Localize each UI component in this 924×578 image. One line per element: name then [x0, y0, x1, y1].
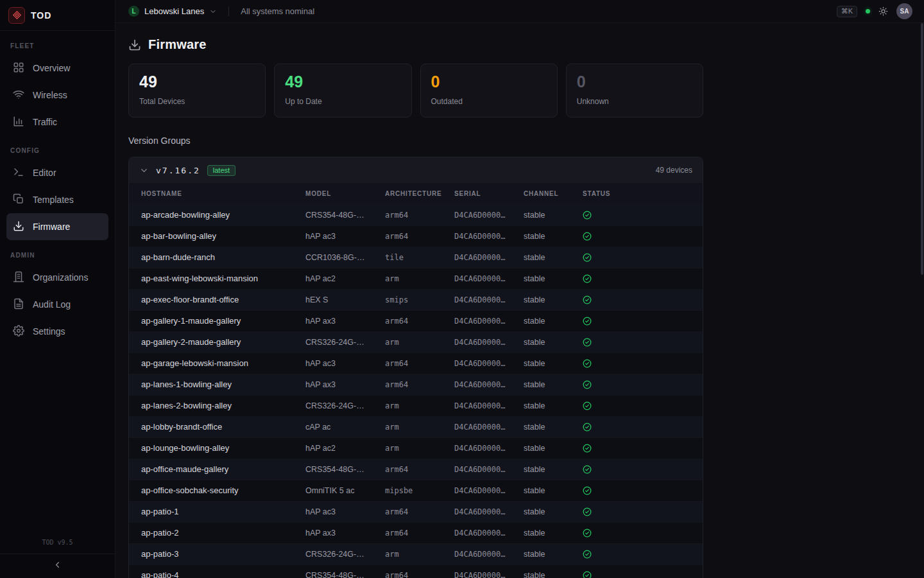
sidebar-item-label: Audit Log: [33, 299, 71, 310]
sidebar-collapse-button[interactable]: [0, 554, 115, 578]
table-row[interactable]: ap-garage-lebowski-mansion hAP ac3 arm64…: [129, 353, 703, 374]
channel-cell: stable: [511, 310, 570, 331]
app-title: TOD: [31, 10, 51, 21]
sidebar-item-wireless[interactable]: Wireless: [6, 82, 108, 109]
table-row[interactable]: ap-bar-bowling-alley hAP ac3 arm64 D4CA6…: [129, 225, 703, 247]
table-row[interactable]: ap-lanes-1-bowling-alley hAP ax3 arm64 D…: [129, 374, 703, 395]
check-circle-icon: [583, 550, 699, 559]
serial-cell: D4CA6D00000B: [442, 247, 511, 268]
hostname-cell: ap-arcade-bowling-alley: [129, 204, 293, 225]
serial-cell: D4CA6D000004: [442, 374, 511, 395]
table-row[interactable]: ap-gallery-2-maude-gallery CRS326-24G-2S…: [129, 331, 703, 353]
table-row[interactable]: ap-arcade-bowling-alley CRS354-48G-4S+… …: [129, 204, 703, 225]
check-circle-icon: [583, 380, 699, 389]
device-count: 49 devices: [656, 166, 692, 175]
architecture-cell: arm: [373, 268, 442, 289]
vertical-scrollbar[interactable]: [921, 23, 923, 275]
download-icon: [128, 39, 141, 51]
serial-cell: D4CA6D000011: [442, 331, 511, 353]
model-cell: hAP ac3: [293, 225, 373, 247]
hostname-cell: ap-patio-1: [129, 501, 293, 522]
stat-value: 49: [139, 73, 255, 91]
table-row[interactable]: ap-patio-4 CRS354-48G-4S+… arm64 D4CA6D0…: [129, 565, 703, 578]
sidebar: TOD FLEET Overview Wireless Traffic CONF…: [0, 0, 116, 578]
version-group-header[interactable]: v7.16.2 latest 49 devices: [129, 157, 703, 183]
architecture-cell: arm64: [373, 310, 442, 331]
sidebar-item-label: Settings: [33, 326, 65, 337]
stats-row: 49 Total Devices 49 Up to Date 0 Outdate…: [128, 64, 703, 118]
channel-cell: stable: [511, 225, 570, 247]
sidebar-item-label: Organizations: [33, 272, 88, 283]
stat-label: Total Devices: [139, 97, 255, 106]
table-row[interactable]: ap-lounge-bowling-alley hAP ac2 arm D4CA…: [129, 437, 703, 459]
channel-cell: stable: [511, 204, 570, 225]
sidebar-item-organizations[interactable]: Organizations: [6, 264, 108, 291]
health-status-dot: [866, 9, 870, 13]
serial-cell: D4CA6D00007B: [442, 501, 511, 522]
app-logo[interactable]: TOD: [0, 0, 115, 31]
check-circle-icon: [583, 571, 699, 578]
model-cell: CCR1036-8G-2S+: [293, 247, 373, 268]
col-model: MODEL: [293, 183, 373, 204]
hostname-cell: ap-lounge-bowling-alley: [129, 437, 293, 459]
status-cell: [570, 437, 703, 459]
main-content: Firmware 49 Total Devices 49 Up to Date …: [116, 23, 924, 578]
table-row[interactable]: ap-office-maude-gallery CRS354-48G-4S+… …: [129, 459, 703, 480]
model-cell: CRS354-48G-4S+…: [293, 459, 373, 480]
sidebar-item-traffic[interactable]: Traffic: [6, 109, 108, 136]
serial-cell: D4CA6D000005: [442, 395, 511, 416]
model-cell: CRS326-24G-2S+: [293, 331, 373, 353]
check-circle-icon: [583, 423, 699, 432]
sidebar-item-settings[interactable]: Settings: [6, 318, 108, 345]
hostname-cell: ap-lanes-1-bowling-alley: [129, 374, 293, 395]
model-cell: hAP ax3: [293, 310, 373, 331]
model-cell: CRS354-48G-4S+…: [293, 204, 373, 225]
table-row[interactable]: ap-lobby-brandt-office cAP ac arm D4CA6D…: [129, 416, 703, 437]
hostname-cell: ap-patio-3: [129, 543, 293, 565]
sidebar-item-editor[interactable]: Editor: [6, 159, 108, 186]
user-avatar[interactable]: SA: [896, 3, 912, 19]
table-row[interactable]: ap-patio-2 hAP ax3 arm64 D4CA6D00007C st…: [129, 522, 703, 543]
col-hostname: HOSTNAME: [129, 183, 293, 204]
system-status-text: All systems nominal: [241, 6, 314, 16]
nav-section-fleet: FLEET Overview Wireless Traffic: [0, 42, 115, 136]
section-label-config: CONFIG: [10, 147, 105, 154]
sidebar-item-overview[interactable]: Overview: [6, 55, 108, 82]
hostname-cell: ap-barn-dude-ranch: [129, 247, 293, 268]
hostname-cell: ap-gallery-2-maude-gallery: [129, 331, 293, 353]
serial-cell: D4CA6D000006: [442, 204, 511, 225]
status-cell: [570, 374, 703, 395]
architecture-cell: arm64: [373, 565, 442, 578]
command-palette-shortcut[interactable]: ⌘K: [837, 6, 857, 17]
chevron-down-icon[interactable]: [139, 166, 149, 175]
table-row[interactable]: ap-barn-dude-ranch CCR1036-8G-2S+ tile D…: [129, 247, 703, 268]
table-row[interactable]: ap-east-wing-lebowski-mansion hAP ac2 ar…: [129, 268, 703, 289]
sidebar-item-audit-log[interactable]: Audit Log: [6, 291, 108, 318]
status-cell: [570, 268, 703, 289]
architecture-cell: arm: [373, 543, 442, 565]
page-title: Firmware: [148, 37, 207, 52]
sidebar-item-firmware[interactable]: Firmware: [6, 213, 108, 240]
serial-cell: D4CA6D00001B: [442, 353, 511, 374]
architecture-cell: arm64: [373, 522, 442, 543]
check-circle-icon: [583, 295, 699, 304]
theme-toggle-button[interactable]: [878, 6, 888, 16]
model-cell: hAP ac2: [293, 437, 373, 459]
channel-cell: stable: [511, 416, 570, 437]
channel-cell: stable: [511, 522, 570, 543]
status-cell: [570, 522, 703, 543]
table-row[interactable]: ap-patio-1 hAP ac3 arm64 D4CA6D00007B st…: [129, 501, 703, 522]
table-row[interactable]: ap-exec-floor-brandt-office hEX S smips …: [129, 289, 703, 310]
channel-cell: stable: [511, 247, 570, 268]
table-row[interactable]: ap-patio-3 CRS326-24G-2S+ arm D4CA6D0000…: [129, 543, 703, 565]
sun-icon: [878, 6, 888, 16]
table-row[interactable]: ap-gallery-1-maude-gallery hAP ax3 arm64…: [129, 310, 703, 331]
check-circle-icon: [583, 232, 699, 241]
table-row[interactable]: ap-office-sobchak-security OmniTIK 5 ac …: [129, 480, 703, 501]
table-row[interactable]: ap-lanes-2-bowling-alley CRS326-24G-2S+ …: [129, 395, 703, 416]
architecture-cell: arm: [373, 416, 442, 437]
org-selector[interactable]: L Lebowski Lanes: [128, 6, 217, 17]
stat-card-unknown: 0 Unknown: [566, 64, 703, 118]
hostname-cell: ap-office-sobchak-security: [129, 480, 293, 501]
sidebar-item-templates[interactable]: Templates: [6, 186, 108, 213]
